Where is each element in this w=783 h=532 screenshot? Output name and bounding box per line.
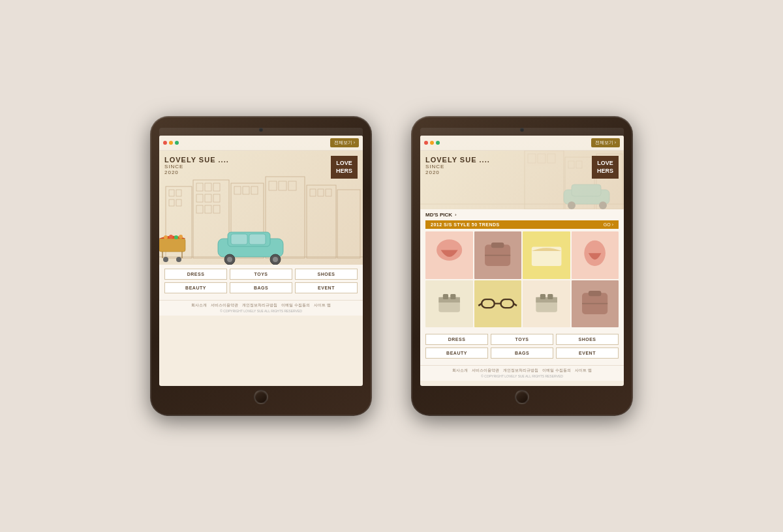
svg-rect-67 [442, 294, 448, 299]
screen-footer-left: 회사소개 서비스이용약관 개인정보처리규방침 이메일 수집동의 사이트 맵 © … [159, 300, 363, 316]
brand-name-left: LOVELY SUE .... [164, 156, 358, 164]
tl-red-left [163, 141, 167, 145]
svg-point-58 [599, 201, 607, 209]
svg-point-32 [227, 257, 232, 262]
product-cell-3[interactable] [523, 231, 570, 279]
city-sketch-left [159, 173, 363, 265]
nav-dress-right[interactable]: DRESS [425, 334, 488, 345]
svg-point-34 [273, 257, 278, 262]
footer-link-5[interactable]: 사이트 맵 [314, 303, 331, 308]
svg-point-43 [169, 235, 173, 239]
nav-beauty-right[interactable]: BEAUTY [425, 347, 488, 359]
footer-link-r3[interactable]: 개인정보처리규방침 [503, 368, 538, 373]
hero-section-right: LOVELY SUE .... SINCE 2020 LOVE HERS [420, 151, 624, 209]
tablet-left: 전체보기 › [150, 116, 372, 416]
svg-rect-77 [547, 294, 553, 299]
hero-title-right: LOVELY SUE .... SINCE 2020 [425, 156, 619, 175]
nav-row-2-right: BEAUTY BAGS EVENT [425, 347, 619, 359]
tl-green-left [175, 141, 179, 145]
svg-rect-11 [213, 194, 220, 202]
svg-rect-6 [196, 183, 203, 191]
product-cell-6[interactable] [474, 280, 522, 328]
product-img-7 [525, 282, 568, 325]
product-img-2 [476, 234, 519, 276]
svg-rect-37 [159, 239, 185, 252]
footer-link-r5[interactable]: 사이트 맵 [575, 368, 592, 373]
svg-rect-24 [310, 189, 316, 196]
svg-point-64 [584, 240, 606, 265]
svg-rect-25 [318, 189, 324, 196]
product-img-1 [428, 234, 470, 276]
svg-rect-70 [501, 299, 514, 308]
product-cell-4[interactable] [572, 231, 619, 279]
footer-links-right: 회사소개 서비스이용약관 개인정보처리규방침 이메일 수집동의 사이트 맵 [425, 368, 619, 373]
nav-row-1-left: DRESS TOYS SHOES [164, 269, 358, 280]
traffic-lights-right [424, 141, 440, 145]
svg-point-44 [174, 235, 178, 239]
nav-event-left[interactable]: EVENT [295, 282, 358, 293]
tl-yellow-left [169, 141, 173, 145]
svg-rect-21 [279, 181, 286, 190]
svg-rect-2 [176, 190, 181, 196]
nav-toys-left[interactable]: TOYS [230, 269, 292, 280]
svg-rect-66 [438, 297, 460, 303]
home-button-left[interactable] [254, 390, 268, 404]
mds-pick-title: MD'S PICK [425, 212, 452, 218]
footer-link-r4[interactable]: 이메일 수집동의 [542, 368, 571, 373]
home-button-right[interactable] [515, 390, 529, 404]
svg-rect-18 [251, 186, 258, 194]
svg-rect-9 [196, 194, 203, 202]
product-cell-7[interactable] [523, 280, 570, 328]
svg-rect-10 [205, 194, 211, 202]
svg-rect-20 [269, 181, 277, 190]
footer-link-1[interactable]: 회사소개 [191, 303, 207, 308]
nav-bags-left[interactable]: BAGS [230, 282, 292, 293]
view-all-btn-right[interactable]: 전체보기 › [591, 138, 620, 147]
footer-link-4[interactable]: 이메일 수집동의 [281, 303, 310, 308]
hero-logo-left: LOVE HERS [331, 156, 358, 179]
product-img-4 [574, 234, 616, 276]
nav-row-1-right: DRESS TOYS SHOES [425, 334, 619, 345]
footer-links-left: 회사소개 서비스이용약관 개인정보처리규방침 이메일 수집동의 사이트 맵 [164, 303, 358, 308]
nav-shoes-right[interactable]: SHOES [556, 334, 619, 345]
svg-point-41 [176, 257, 181, 262]
nav-row-2-left: BEAUTY BAGS EVENT [164, 282, 358, 293]
screen-header-left: 전체보기 › [159, 136, 363, 151]
product-cell-8[interactable] [572, 280, 619, 328]
tl-red-right [424, 141, 428, 145]
footer-link-r2[interactable]: 서비스이용약관 [472, 368, 499, 373]
product-img-6 [476, 282, 519, 325]
product-cell-2[interactable] [474, 231, 522, 279]
nav-shoes-left[interactable]: SHOES [295, 269, 358, 280]
svg-rect-35 [231, 234, 247, 244]
footer-link-2[interactable]: 서비스이용약관 [211, 303, 238, 308]
svg-rect-7 [205, 183, 211, 191]
trends-banner: 2012 S/S STYLE 50 TRENDS GO › [425, 220, 619, 229]
since-right: SINCE 2020 [425, 164, 619, 175]
svg-rect-61 [491, 243, 504, 248]
nav-toys-right[interactable]: TOYS [491, 334, 553, 345]
svg-rect-8 [213, 183, 220, 191]
svg-rect-1 [169, 190, 174, 196]
product-cell-1[interactable] [425, 231, 473, 279]
product-cell-5[interactable] [425, 280, 473, 328]
view-all-btn-left[interactable]: 전체보기 › [330, 138, 359, 147]
nav-buttons-right: DRESS TOYS SHOES BEAUTY BAGS EVENT [420, 330, 624, 365]
nav-beauty-left[interactable]: BEAUTY [164, 282, 227, 293]
svg-point-40 [163, 257, 168, 262]
svg-rect-75 [536, 297, 557, 303]
svg-rect-69 [482, 299, 495, 308]
svg-point-57 [568, 201, 576, 209]
mds-pick-arrow[interactable]: › [455, 212, 457, 218]
footer-link-3[interactable]: 개인정보처리규방침 [242, 303, 277, 308]
nav-dress-left[interactable]: DRESS [164, 269, 227, 280]
tablet-right: 전체보기 › [411, 116, 633, 416]
nav-bags-right[interactable]: BAGS [491, 347, 553, 359]
nav-event-right[interactable]: EVENT [556, 347, 619, 359]
trends-go[interactable]: GO › [604, 222, 613, 227]
svg-rect-13 [205, 205, 211, 213]
footer-link-r1[interactable]: 회사소개 [452, 368, 468, 373]
footer-copyright-right: © COPYRIGHT LOVELY SUE ALL RIGHTS RESERV… [425, 374, 619, 378]
svg-rect-26 [326, 189, 331, 196]
tablet-frame-right: 전체보기 › [411, 116, 633, 416]
